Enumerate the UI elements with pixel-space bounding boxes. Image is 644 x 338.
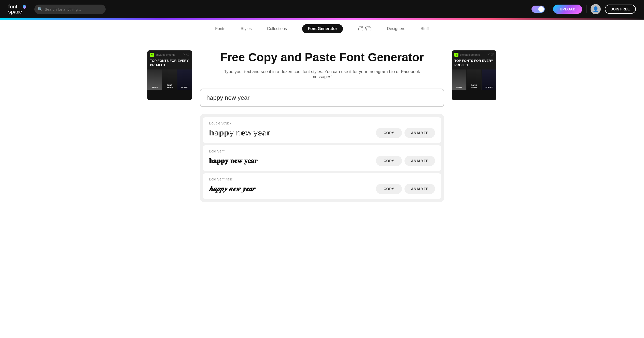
font-row-double-struck: Double Struck 𝕙𝕒𝕡𝕡𝕪 𝕟𝕖𝕨 𝕪𝕖𝕒𝕣 COPY ANALYZ… xyxy=(203,117,441,143)
envato-logo-right: e xyxy=(454,53,458,57)
ad-headline-left: TOP FONTS FOR EVERY PROJECT xyxy=(147,58,192,69)
font-preview-bold-serif: 𝐡𝐚𝐩𝐩𝐲 𝐧𝐞𝐰 𝐲𝐞𝐚𝐫 xyxy=(209,157,257,165)
envato-logo-left: e xyxy=(150,53,154,57)
copy-button-bold-serif-italic[interactable]: COPY xyxy=(376,184,402,194)
analyze-button-bold-serif-italic[interactable]: ANALYZE xyxy=(404,184,435,194)
center-content: Free Copy and Paste Font Generator Type … xyxy=(197,50,447,202)
copy-button-bold-serif[interactable]: COPY xyxy=(376,156,402,166)
nav-item-stuff[interactable]: Stuff xyxy=(421,26,429,31)
ad-img-extra-left xyxy=(147,90,192,100)
left-ad-panel: e envatoelements ✕ ⓘ TOP FONTS FOR EVERY… xyxy=(141,50,197,202)
avatar-icon: 👤 xyxy=(593,6,599,12)
btn-group-double-struck: COPY ANALYZE xyxy=(376,128,435,138)
ad-img-serif-right: SERIF xyxy=(452,69,466,90)
toggle-knob xyxy=(538,6,544,12)
btn-group-bold-serif: COPY ANALYZE xyxy=(376,156,435,166)
analyze-button-bold-serif[interactable]: ANALYZE xyxy=(404,156,435,166)
logo-icon xyxy=(23,5,26,9)
ad-img-sans-right: SANSSERIF xyxy=(467,69,481,90)
ad-brand-left: envatoelements xyxy=(156,53,175,56)
logo[interactable]: font space xyxy=(8,4,26,14)
results-container: Double Struck 𝕙𝕒𝕡𝕡𝕪 𝕟𝕖𝕨 𝕪𝕖𝕒𝕣 COPY ANALYZ… xyxy=(200,114,444,202)
nav-item-fonts[interactable]: Fonts xyxy=(215,26,225,31)
btn-group-bold-serif-italic: COPY ANALYZE xyxy=(376,184,435,194)
ad-close-left[interactable]: ✕ ⓘ xyxy=(183,52,189,57)
header-divider2 xyxy=(586,5,586,13)
font-preview-double-struck: 𝕙𝕒𝕡𝕡𝕪 𝕟𝕖𝕨 𝕪𝕖𝕒𝕣 xyxy=(209,129,270,137)
font-text-input[interactable] xyxy=(200,89,444,107)
analyze-button-double-struck[interactable]: ANALYZE xyxy=(404,128,435,138)
search-wrapper: 🔍 xyxy=(34,5,106,14)
ad-images-right: SERIF SANSSERIF SCRIPT xyxy=(452,69,496,90)
font-row-bold-serif: Bold Serif 𝐡𝐚𝐩𝐩𝐲 𝐧𝐞𝐰 𝐲𝐞𝐚𝐫 COPY ANALYZE xyxy=(203,145,441,171)
font-preview-bold-serif-italic: 𝒉𝒂𝒑𝒑𝒚 𝒏𝒆𝒘 𝒚𝒆𝒂𝒓 xyxy=(209,185,255,193)
nav: Fonts Styles Collections Font Generator … xyxy=(0,20,644,38)
nav-item-collections[interactable]: Collections xyxy=(267,26,287,31)
join-free-button[interactable]: JOIN FREE xyxy=(605,5,636,14)
right-ad-box: e envatoelements ✕ ⓘ TOP FONTS FOR EVERY… xyxy=(452,50,496,100)
font-row-inner-bold-serif-italic: 𝒉𝒂𝒑𝒑𝒚 𝒏𝒆𝒘 𝒚𝒆𝒂𝒓 COPY ANALYZE xyxy=(209,184,435,194)
font-label-bold-serif: Bold Serif xyxy=(209,149,435,153)
font-label-double-struck: Double Struck xyxy=(209,121,435,125)
ad-img-script-right: SCRIPT xyxy=(482,69,496,90)
copy-button-double-struck[interactable]: COPY xyxy=(376,128,402,138)
page-title: Free Copy and Paste Font Generator xyxy=(220,50,424,64)
logo-line2: space xyxy=(8,9,22,14)
upload-button[interactable]: UPLOAD xyxy=(553,5,582,14)
font-label-bold-serif-italic: Bold Serif Italic xyxy=(209,177,435,181)
font-row-inner: 𝕙𝕒𝕡𝕡𝕪 𝕟𝕖𝕨 𝕪𝕖𝕒𝕣 COPY ANALYZE xyxy=(209,128,435,138)
ad-img-script-left: SCRIPT xyxy=(177,69,192,90)
ad-img-sans-left: SANSSERIF xyxy=(162,69,177,90)
ad-brand-right: envatoelements xyxy=(460,53,480,56)
logo-line1: font xyxy=(8,4,22,9)
right-ad-panel: e envatoelements ✕ ⓘ TOP FONTS FOR EVERY… xyxy=(447,50,503,202)
nav-item-designers[interactable]: Designers xyxy=(387,26,405,31)
left-ad-box: e envatoelements ✕ ⓘ TOP FONTS FOR EVERY… xyxy=(147,50,192,100)
header: font space 🔍 UPLOAD 👤 JOIN FREE xyxy=(0,0,644,18)
search-input[interactable] xyxy=(34,5,106,14)
theme-toggle[interactable] xyxy=(531,6,545,13)
font-row-inner-bold-serif: 𝐡𝐚𝐩𝐩𝐲 𝐧𝐞𝐰 𝐲𝐞𝐚𝐫 COPY ANALYZE xyxy=(209,156,435,166)
ad-images-left: SERIF SANSSERIF SCRIPT xyxy=(147,69,192,90)
nav-item-font-generator[interactable]: Font Generator xyxy=(302,24,343,33)
header-divider xyxy=(549,5,549,13)
ad-close-right[interactable]: ✕ ⓘ xyxy=(487,52,494,57)
ad-img-extra-right xyxy=(452,90,496,100)
ad-headline-right: TOP FONTS FOR EVERY PROJECT xyxy=(452,58,496,69)
nav-item-emoji[interactable]: ( ͡° ͜ʖ ͡°) xyxy=(358,26,372,32)
search-icon: 🔍 xyxy=(38,7,43,12)
nav-item-styles[interactable]: Styles xyxy=(241,26,252,31)
ad-img-serif-left: SERIF xyxy=(147,69,162,90)
font-row-bold-serif-italic: Bold Serif Italic 𝒉𝒂𝒑𝒑𝒚 𝒏𝒆𝒘 𝒚𝒆𝒂𝒓 COPY AN… xyxy=(203,173,441,199)
avatar-button[interactable]: 👤 xyxy=(591,4,601,14)
header-right: UPLOAD 👤 JOIN FREE xyxy=(531,4,636,14)
main-layout: e envatoelements ✕ ⓘ TOP FONTS FOR EVERY… xyxy=(0,38,644,202)
subtitle: Type your text and see it in a dozen coo… xyxy=(220,69,424,79)
